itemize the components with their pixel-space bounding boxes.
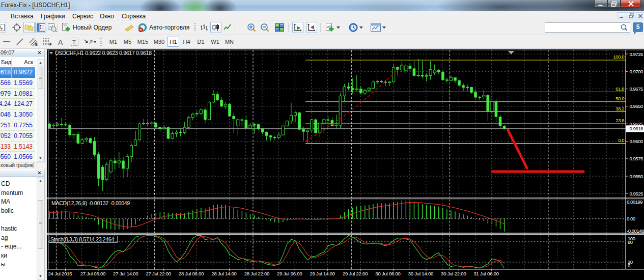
zoom-in-button[interactable] bbox=[246, 22, 257, 33]
market-watch-time: 09:07 bbox=[1, 49, 15, 55]
horizontal-line-tool[interactable] bbox=[1, 36, 12, 47]
window-minimize-button[interactable] bbox=[594, 0, 607, 8]
menu-Вставка[interactable]: Вставка bbox=[9, 12, 36, 20]
navigator-item[interactable]: CD bbox=[1, 180, 10, 187]
arrows-tool[interactable] bbox=[82, 36, 97, 47]
dropdown-caret[interactable] bbox=[335, 22, 341, 33]
menu-Сервис[interactable]: Сервис bbox=[70, 12, 95, 20]
scroll-thumb[interactable] bbox=[38, 200, 43, 249]
dropdown-caret[interactable] bbox=[381, 22, 387, 33]
community-badge[interactable]: 5 bbox=[633, 22, 643, 32]
market-watch-row[interactable]: 30461.3050 bbox=[0, 109, 35, 120]
navigator-scrollbar[interactable]: ▲ ▼ bbox=[37, 177, 44, 280]
history-center-button[interactable] bbox=[124, 22, 135, 33]
indicators-icon bbox=[325, 23, 335, 33]
ask-column-header[interactable]: Аск bbox=[24, 59, 33, 65]
child-minimize-button[interactable] bbox=[618, 12, 626, 19]
equidistant-channel-tool[interactable]: E bbox=[28, 36, 39, 47]
timeframe-MN[interactable]: MN bbox=[222, 37, 236, 47]
auto-scroll-button[interactable] bbox=[292, 22, 303, 33]
timeframe-W1[interactable]: W1 bbox=[208, 37, 222, 47]
time-axis-label: 28 Jul 06:00 bbox=[179, 271, 204, 276]
bid-column-header[interactable]: Бид bbox=[1, 59, 11, 65]
price-axis-label: 0.9725 bbox=[630, 51, 643, 57]
market-watch-row[interactable]: 99791.0981 bbox=[0, 89, 35, 99]
timeframe-M5[interactable]: M5 bbox=[121, 37, 134, 47]
indicators-button[interactable] bbox=[324, 22, 335, 33]
timeframe-M1[interactable]: M1 bbox=[106, 37, 120, 47]
timeframe-H4[interactable]: H4 bbox=[180, 37, 193, 47]
timeframe-D1[interactable]: D1 bbox=[194, 37, 208, 47]
trendline-tool[interactable] bbox=[14, 36, 25, 47]
zoom-out-button[interactable] bbox=[259, 22, 270, 33]
timeframe-H1[interactable]: H1 bbox=[167, 37, 179, 47]
navigator-toggle-button[interactable] bbox=[35, 22, 46, 33]
templates-button[interactable] bbox=[370, 22, 381, 33]
market-watch-toggle-button[interactable] bbox=[0, 22, 6, 33]
scroll-up-icon[interactable]: ▲ bbox=[38, 178, 43, 184]
timeframe-M15[interactable]: M15 bbox=[135, 37, 151, 47]
navigator-item[interactable]: ag bbox=[1, 234, 8, 241]
timeframe-M30[interactable]: M30 bbox=[151, 37, 167, 47]
child-close-icon bbox=[638, 14, 643, 18]
navigator-item[interactable]: bolic bbox=[1, 207, 14, 214]
time-axis-label: 28 Jul 14:00 bbox=[211, 271, 236, 276]
search-input[interactable] bbox=[545, 22, 630, 33]
scroll-down-icon[interactable]: ▼ bbox=[38, 155, 43, 161]
market-watch-scrollbar[interactable]: ▲ ▼ bbox=[37, 59, 44, 162]
ask-value: 0.7055 bbox=[14, 132, 33, 139]
bar-chart-type-button[interactable] bbox=[199, 22, 210, 33]
chart-shift-button[interactable] bbox=[306, 22, 317, 33]
market-watch-row[interactable]: 51331.5143 bbox=[0, 142, 35, 152]
navigator-item[interactable]: hastic bbox=[1, 225, 17, 232]
market-watch-row[interactable]: 4.24124.27 bbox=[0, 99, 35, 109]
scroll-thumb[interactable] bbox=[38, 67, 43, 89]
price-axis-label: 0.9650 bbox=[630, 103, 643, 109]
window-close-button[interactable] bbox=[621, 0, 641, 8]
market-watch-row[interactable]: 05601.0566 bbox=[0, 152, 35, 162]
periods-button[interactable] bbox=[348, 22, 359, 33]
fib-label-23.6: 23.6 bbox=[615, 118, 624, 123]
favorites-button[interactable] bbox=[23, 22, 35, 33]
tile-windows-icon bbox=[275, 23, 284, 32]
price-chart[interactable]: 0.023.638.250.061.8100.0USDCHF,H1 0.9622… bbox=[47, 49, 644, 280]
navigator-item[interactable]: - еще... bbox=[1, 243, 21, 250]
strategy-tester-button[interactable] bbox=[47, 22, 58, 33]
crosshair-button[interactable] bbox=[11, 22, 22, 33]
market-watch-close-icon[interactable]: × bbox=[36, 49, 43, 56]
navigator-item[interactable]: ки bbox=[1, 252, 7, 259]
market-watch-row[interactable]: 55661.5569 bbox=[0, 78, 35, 89]
toolbar-separator bbox=[288, 23, 289, 32]
autotrading-button[interactable]: Авто-торговля bbox=[136, 22, 191, 33]
navigator-item[interactable]: mentum bbox=[1, 189, 23, 197]
navigator-close-icon[interactable]: × bbox=[36, 170, 43, 176]
bid-value: 5566 bbox=[0, 79, 11, 87]
window-restore-button[interactable] bbox=[607, 0, 621, 8]
market-watch-row[interactable]: 70520.7055 bbox=[0, 131, 35, 142]
navigator-item[interactable]: MA bbox=[1, 198, 10, 205]
dropdown-caret[interactable] bbox=[358, 22, 364, 33]
periods-clock-icon bbox=[349, 23, 358, 32]
market-watch-row[interactable]: 72510.7255 bbox=[0, 120, 35, 131]
text-label-tool[interactable]: T bbox=[68, 36, 79, 47]
fibonacci-tool[interactable]: F bbox=[42, 36, 53, 47]
tile-windows-button[interactable] bbox=[274, 22, 285, 33]
scroll-up-icon[interactable]: ▲ bbox=[38, 60, 43, 66]
navigator-panel: × CDmentumMAbolichasticag- еще...киы ▲ ▼ bbox=[0, 169, 45, 280]
menu-Окно[interactable]: Окно bbox=[98, 12, 116, 20]
tab-separator: | bbox=[33, 162, 34, 168]
text-tool[interactable]: A bbox=[55, 36, 66, 47]
navigator-title-bar: × bbox=[0, 169, 44, 177]
line-chart-type-button[interactable] bbox=[222, 22, 233, 33]
child-restore-button[interactable] bbox=[627, 12, 635, 19]
menu-Графики[interactable]: Графики bbox=[39, 12, 67, 20]
navigator-item[interactable]: ы bbox=[1, 261, 6, 268]
scroll-down-icon[interactable]: ▼ bbox=[38, 273, 43, 279]
child-close-button[interactable] bbox=[636, 12, 644, 19]
candlestick-type-button[interactable] bbox=[210, 22, 221, 33]
new-order-button[interactable]: Новый Ордер bbox=[60, 22, 120, 33]
market-watch-row[interactable]: 96180.9622 bbox=[0, 67, 35, 78]
svg-text:E: E bbox=[35, 43, 38, 46]
tick-chart-tab[interactable]: ковый график bbox=[1, 162, 33, 168]
menu-Справка[interactable]: Справка bbox=[120, 12, 148, 20]
